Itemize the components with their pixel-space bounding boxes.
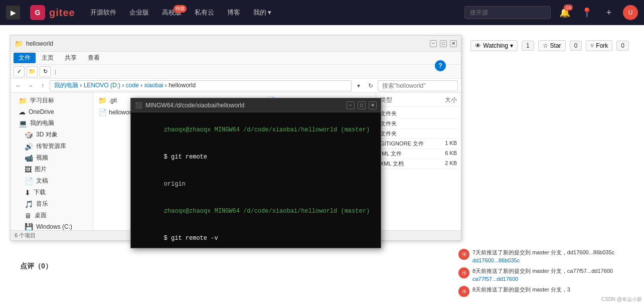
nav-link-opensource[interactable]: 开源软件 (85, 5, 121, 20)
fork-icon: ⑂ (590, 42, 594, 49)
fe-up-btn[interactable]: ↑ (38, 81, 48, 91)
sidebar-item-downloads-label: 下载 (34, 188, 46, 197)
term-titlebar: ⬛ MINGW64:/d/code/xiaobai/helloworld − □… (131, 98, 381, 112)
fe-check-btn[interactable]: ✓ (14, 66, 25, 77)
nav-search-input[interactable] (464, 6, 551, 19)
fe-addr-dropdown[interactable]: ▾ (354, 81, 364, 91)
sidebar-item-onedrive[interactable]: ☁ OneDrive (11, 106, 93, 117)
fork-btn[interactable]: ⑂ Fork (586, 40, 612, 51)
nav-links: 开源软件 企业版 高校版 特惠 私有云 博客 我的 ▾ (85, 5, 277, 20)
location-btn[interactable]: 📍 (579, 5, 595, 21)
term-line-3: origin (135, 171, 377, 198)
fe-menu-file[interactable]: 文件 (14, 53, 36, 63)
star-btn[interactable]: ☆ Star (538, 40, 566, 51)
sidebar-item-3d[interactable]: 🎲 3D 对象 (11, 129, 93, 140)
sidebar-item-study-label: 学习目标 (30, 96, 54, 105)
comments-section: 点评（0） (10, 258, 62, 275)
table-row: 文件夹 (378, 109, 459, 119)
fe-breadcrumb: 我的电脑 › LENOVO (D:) › code › xiaobai › he… (54, 81, 196, 90)
sidebar-item-c-icon: 💾 (25, 223, 33, 230)
term-minimize-btn[interactable]: − (347, 101, 355, 109)
table-row: 文件夹 (378, 119, 459, 129)
sidebar-item-study-icon: 📁 (19, 97, 27, 105)
fe-menu-home[interactable]: 主页 (37, 53, 59, 63)
activity-avatar-2: 传 (458, 267, 469, 278)
repo-actions: 👁 Watching ▾ 1 ☆ Star 0 ⑂ Fork 0 (470, 40, 629, 51)
fe-right-panel: 类型 大小 文件夹 文件夹 文件夹 GITIGNORE 文件 1 KB (376, 93, 461, 230)
sidebar-item-mypc[interactable]: 💻 我的电脑 (11, 117, 93, 129)
fe-minimize-btn[interactable]: − (430, 40, 437, 47)
term-line-4: zhaoqx@zhaoqx MINGW64 /d/code/xiaobai/he… (135, 198, 377, 225)
notification-btn[interactable]: 🔔 14 (557, 5, 573, 21)
table-row: XML 文档 2 KB (378, 159, 459, 169)
sidebar-item-music-icon: 🎵 (25, 200, 33, 208)
folder-icon: 📁 (98, 96, 107, 104)
fe-sidebar: 📁 学习目标 ☁ OneDrive 💻 我的电脑 🎲 3D 对象 🔊 (11, 93, 93, 230)
nav-link-blog[interactable]: 博客 (222, 5, 245, 20)
fe-search-input[interactable] (378, 80, 458, 91)
sidebar-item-pictures[interactable]: 🖼 图片 (11, 164, 93, 175)
fe-address-path[interactable]: 我的电脑 › LENOVO (D:) › code › xiaobai › he… (50, 80, 352, 91)
plus-btn[interactable]: + (601, 5, 617, 21)
fe-titlebar: 📁 helloworld − □ ✕ (11, 36, 461, 52)
fe-menu-share[interactable]: 共享 (60, 53, 82, 63)
term-close-btn[interactable]: ✕ (369, 101, 377, 109)
fe-forward-btn[interactable]: → (26, 81, 36, 91)
nav-link-university[interactable]: 高校版 特惠 (157, 5, 187, 20)
activity-link-1[interactable]: dd17600...86b035c (472, 257, 520, 263)
term-maximize-btn[interactable]: □ (358, 101, 366, 109)
sidebar-item-onedrive-label: OneDrive (29, 108, 54, 115)
nav-link-mine[interactable]: 我的 ▾ (248, 5, 277, 20)
fe-menu-view[interactable]: 查看 (83, 53, 105, 63)
sidebar-item-desktop[interactable]: 🖥 桌面 (11, 210, 93, 221)
sidebar-item-video[interactable]: 📹 视频 (11, 152, 93, 164)
fe-toolbar-sep: | (53, 69, 56, 75)
user-avatar[interactable]: U (623, 5, 638, 20)
watch-dropdown-icon: ▾ (510, 42, 513, 49)
sidebar-item-docs[interactable]: 📄 文稿 (11, 175, 93, 187)
watch-icon: 👁 (475, 42, 481, 49)
fe-folder-btn[interactable]: 📁 (27, 66, 38, 77)
sidebar-item-docs-icon: 📄 (25, 177, 33, 185)
activity-link-2[interactable]: ca77f57...dd17600 (472, 276, 518, 282)
sidebar-item-mypc-icon: 💻 (19, 119, 27, 127)
sidebar-item-downloads[interactable]: ⬇ 下载 (11, 187, 93, 198)
fe-col-type: 类型 (380, 96, 392, 104)
logo-text: gitee (49, 7, 75, 19)
fe-close-btn[interactable]: ✕ (450, 40, 457, 47)
star-icon: ☆ (543, 42, 548, 49)
logo-icon: G (30, 5, 45, 20)
notification-badge: 14 (564, 5, 573, 11)
star-count: 0 (570, 41, 582, 51)
fork-label: Fork (596, 42, 608, 49)
sidebar-item-c-label: Windows (C:) (36, 223, 72, 230)
help-btn[interactable]: ? (435, 60, 446, 71)
file-icon: 📄 (98, 108, 107, 116)
activity-item-3: 传 8天前推送了新的提交到 master 分支，3 (458, 286, 639, 297)
sidebar-item-study[interactable]: 📁 学习目标 (11, 95, 93, 106)
watch-btn[interactable]: 👁 Watching ▾ (470, 40, 518, 51)
sidebar-item-music[interactable]: 🎵 音乐 (11, 198, 93, 210)
watch-label: Watching (483, 42, 508, 49)
activity-item-1: 传 7天前推送了新的提交到 master 分支，dd17600...86b035… (458, 249, 639, 264)
main-content: 📁 helloworld − □ ✕ 文件 主页 共享 查看 ✓ 📁 ↻ | ←… (0, 25, 644, 305)
fe-refresh-btn[interactable]: ↻ (40, 66, 51, 77)
sidebar-item-video-label: 视频 (36, 154, 48, 162)
sidebar-item-czyk[interactable]: 🔊 传智资源库 (11, 140, 93, 152)
fe-title-icon: 📁 (15, 40, 23, 48)
nav-link-enterprise[interactable]: 企业版 (124, 5, 154, 20)
fe-maximize-btn[interactable]: □ (440, 40, 447, 47)
fe-back-btn[interactable]: ← (14, 81, 24, 91)
fork-count: 0 (616, 41, 629, 51)
nav-toggle[interactable]: ▶ (6, 6, 20, 20)
term-body[interactable]: zhaoqx@zhaoqx MINGW64 /d/code/xiaobai/he… (131, 112, 381, 248)
nav-link-private[interactable]: 私有云 (190, 5, 219, 20)
navbar: ▶ G gitee 开源软件 企业版 高校版 特惠 私有云 博客 我的 ▾ 🔔 … (0, 0, 644, 25)
toggle-icon: ▶ (11, 9, 16, 17)
sidebar-item-docs-label: 文稿 (36, 177, 48, 185)
fe-addr-refresh[interactable]: ↻ (366, 81, 376, 91)
term-line-1: zhaoqx@zhaoqx MINGW64 /d/code/xiaobai/he… (135, 116, 377, 143)
terminal-window: ⬛ MINGW64:/d/code/xiaobai/helloworld − □… (130, 98, 381, 248)
sidebar-item-c[interactable]: 💾 Windows (C:) (11, 221, 93, 230)
fe-menubar: 文件 主页 共享 查看 (11, 52, 461, 65)
